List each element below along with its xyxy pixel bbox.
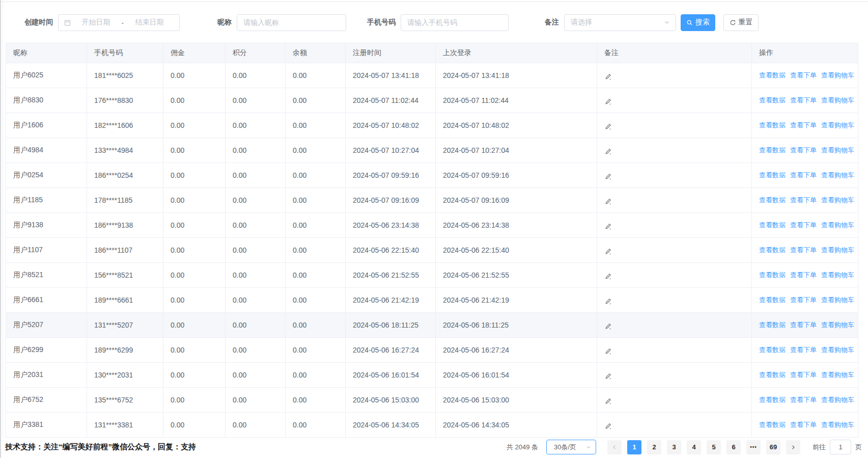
view-data-link[interactable]: 查看数据 [759, 321, 786, 329]
table-row: 用户0254186****02540.000.000.002024-05-07 … [6, 163, 858, 188]
view-data-link[interactable]: 查看数据 [759, 271, 786, 279]
remark-select[interactable]: 请选择 [564, 14, 676, 31]
page-button-5[interactable]: 5 [707, 440, 721, 454]
page-button-4[interactable]: 4 [687, 440, 701, 454]
pencil-icon[interactable] [604, 298, 744, 305]
view-orders-link[interactable]: 查看下单 [790, 246, 817, 254]
pencil-icon[interactable] [604, 397, 744, 405]
page-button-2[interactable]: 2 [647, 440, 661, 454]
view-data-link[interactable]: 查看数据 [759, 346, 786, 354]
cell-remark [597, 88, 752, 113]
next-page-button[interactable] [786, 440, 800, 454]
cell-last-login: 2024-05-06 15:03:00 [436, 388, 597, 413]
cell-registered: 2024-05-07 10:27:04 [346, 138, 436, 163]
phone-input[interactable] [401, 14, 509, 31]
pencil-icon[interactable] [604, 322, 744, 330]
view-data-link[interactable]: 查看数据 [759, 196, 786, 204]
reset-button[interactable]: 重置 [723, 14, 759, 31]
view-data-link[interactable]: 查看数据 [759, 296, 786, 304]
cell-points: 0.00 [226, 338, 286, 363]
cell-nickname: 用户8521 [6, 263, 87, 288]
view-cart-link[interactable]: 查看购物车 [821, 246, 854, 254]
cell-commission: 0.00 [163, 188, 226, 213]
cell-commission: 0.00 [163, 263, 226, 288]
view-cart-link[interactable]: 查看购物车 [821, 146, 854, 154]
table-row: 用户6752135****67520.000.000.002024-05-06 … [6, 388, 858, 413]
pencil-icon[interactable] [604, 173, 744, 180]
view-data-link[interactable]: 查看数据 [759, 246, 786, 254]
cell-last-login: 2024-05-07 10:27:04 [436, 138, 597, 163]
pencil-icon[interactable] [604, 273, 744, 280]
pencil-icon[interactable] [604, 347, 744, 355]
cell-nickname: 用户3381 [6, 413, 87, 438]
cell-registered: 2024-05-06 16:01:54 [346, 363, 436, 388]
view-data-link[interactable]: 查看数据 [759, 96, 786, 104]
view-data-link[interactable]: 查看数据 [759, 71, 786, 79]
view-cart-link[interactable]: 查看购物车 [821, 121, 854, 129]
start-date-placeholder[interactable]: 开始日期 [71, 18, 121, 27]
view-data-link[interactable]: 查看数据 [759, 146, 786, 154]
view-cart-link[interactable]: 查看购物车 [821, 371, 854, 379]
view-cart-link[interactable]: 查看购物车 [821, 271, 854, 279]
view-cart-link[interactable]: 查看购物车 [821, 346, 854, 354]
view-cart-link[interactable]: 查看购物车 [821, 96, 854, 104]
view-orders-link[interactable]: 查看下单 [790, 96, 817, 104]
page-button-3[interactable]: 3 [667, 440, 681, 454]
page-ellipsis-button[interactable]: ••• [746, 440, 761, 454]
view-orders-link[interactable]: 查看下单 [790, 371, 817, 379]
pencil-icon[interactable] [604, 248, 744, 255]
table-row: 用户1107186****11070.000.000.002024-05-06 … [6, 238, 858, 263]
view-cart-link[interactable]: 查看购物车 [821, 171, 854, 179]
view-cart-link[interactable]: 查看购物车 [821, 296, 854, 304]
pencil-icon[interactable] [604, 73, 744, 80]
view-orders-link[interactable]: 查看下单 [790, 121, 817, 129]
view-orders-link[interactable]: 查看下单 [790, 321, 817, 329]
view-data-link[interactable]: 查看数据 [759, 121, 786, 129]
nickname-input[interactable] [237, 14, 346, 31]
view-data-link[interactable]: 查看数据 [759, 171, 786, 179]
page-jump-input[interactable] [830, 440, 851, 454]
view-orders-link[interactable]: 查看下单 [790, 196, 817, 204]
page-button-6[interactable]: 6 [726, 440, 741, 454]
view-orders-link[interactable]: 查看下单 [790, 171, 817, 179]
date-range-picker[interactable]: 开始日期 - 结束日期 [58, 14, 180, 31]
pencil-icon[interactable] [604, 372, 744, 380]
view-orders-link[interactable]: 查看下单 [790, 396, 817, 403]
pencil-icon[interactable] [604, 422, 744, 430]
view-cart-link[interactable]: 查看购物车 [821, 321, 854, 329]
pencil-icon[interactable] [604, 148, 744, 155]
view-orders-link[interactable]: 查看下单 [790, 221, 817, 229]
view-orders-link[interactable]: 查看下单 [790, 346, 817, 354]
view-cart-link[interactable]: 查看购物车 [821, 221, 854, 229]
view-cart-link[interactable]: 查看购物车 [821, 396, 854, 403]
page-button-1[interactable]: 1 [627, 440, 641, 454]
view-data-link[interactable]: 查看数据 [759, 221, 786, 229]
pencil-icon[interactable] [604, 98, 744, 105]
cell-nickname: 用户8830 [6, 88, 87, 113]
view-orders-link[interactable]: 查看下单 [790, 71, 817, 79]
pencil-icon[interactable] [604, 123, 744, 130]
support-text: 技术支持：关注“编写美好前程”微信公众号，回复：支持 [5, 442, 196, 452]
cell-points: 0.00 [226, 213, 286, 238]
view-data-link[interactable]: 查看数据 [759, 371, 786, 379]
view-orders-link[interactable]: 查看下单 [790, 271, 817, 279]
view-cart-link[interactable]: 查看购物车 [821, 71, 854, 79]
view-data-link[interactable]: 查看数据 [759, 396, 786, 403]
page-size-select[interactable]: 30条/页 [546, 440, 596, 454]
page-button-last[interactable]: 69 [766, 440, 780, 454]
end-date-placeholder[interactable]: 结束日期 [125, 18, 174, 27]
search-button[interactable]: 搜索 [681, 14, 715, 31]
view-orders-link[interactable]: 查看下单 [790, 146, 817, 154]
pencil-icon[interactable] [604, 223, 744, 230]
view-orders-link[interactable]: 查看下单 [790, 296, 817, 304]
chevron-right-icon [790, 444, 796, 450]
cell-commission: 0.00 [163, 63, 226, 88]
cell-remark [597, 338, 752, 363]
view-orders-link[interactable]: 查看下单 [790, 421, 817, 428]
view-cart-link[interactable]: 查看购物车 [821, 421, 854, 428]
view-cart-link[interactable]: 查看购物车 [821, 196, 854, 204]
pencil-icon[interactable] [604, 198, 744, 205]
prev-page-button[interactable] [607, 440, 622, 454]
view-data-link[interactable]: 查看数据 [759, 421, 786, 428]
jump-suffix-label: 页 [855, 443, 862, 452]
